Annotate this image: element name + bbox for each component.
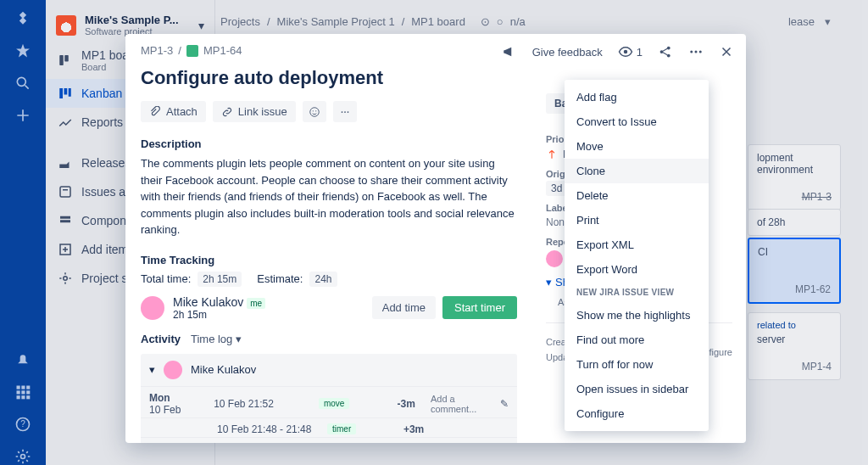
more-icon[interactable] <box>688 44 704 59</box>
user-name: Mike Kulakov <box>173 295 243 309</box>
emoji-button[interactable] <box>303 101 326 122</box>
menu-export-word[interactable]: Export Word <box>565 257 709 282</box>
menu-highlights[interactable]: Show me the highlights <box>565 303 709 328</box>
time-tracking-header: Time Tracking <box>141 254 517 266</box>
chevron-down-icon: ▾ <box>149 363 155 376</box>
svg-point-36 <box>624 50 628 54</box>
menu-section-header: NEW JIRA ISSUE VIEW <box>565 282 709 303</box>
log-group-header[interactable]: ▾ Mike Kulakov <box>141 354 517 386</box>
estimate-value: 24h <box>309 272 337 287</box>
log-entry[interactable]: Wed 30 Jan 00:30 delete -1m Add a <box>141 437 517 444</box>
link-button[interactable]: Link issue <box>213 101 296 122</box>
menu-convert[interactable]: Convert to Issue <box>565 109 709 134</box>
actions-dropdown: Add flag Convert to Issue Move Clone Del… <box>565 80 709 431</box>
activity-header: Activity <box>141 333 181 345</box>
issue-key[interactable]: MP1-64 <box>203 44 242 57</box>
attach-button[interactable]: Attach <box>141 101 206 122</box>
chevron-down-icon: ▾ <box>236 333 242 345</box>
chevron-down-icon: ▾ <box>546 276 552 289</box>
megaphone-icon <box>502 44 517 59</box>
estimate-label: Estimate: <box>257 272 303 285</box>
add-comment-link[interactable]: Add a comment... <box>431 394 500 414</box>
edit-icon[interactable]: ✎ <box>500 398 509 410</box>
feedback-link[interactable]: Give feedback <box>532 46 603 59</box>
parent-key[interactable]: MP1-3 <box>141 44 173 57</box>
menu-clone[interactable]: Clone <box>565 159 709 183</box>
menu-move[interactable]: Move <box>565 134 709 159</box>
avatar <box>164 361 182 379</box>
svg-point-38 <box>667 47 670 50</box>
share-icon[interactable] <box>658 44 673 59</box>
story-icon <box>186 45 198 57</box>
description-body[interactable]: The comments plugin lets people comment … <box>141 155 517 238</box>
watchers-count: 1 <box>637 46 643 59</box>
svg-point-33 <box>341 111 342 113</box>
svg-point-37 <box>660 50 664 53</box>
activity-tab-timelog[interactable]: Time log ▾ <box>191 333 242 345</box>
svg-point-40 <box>690 51 693 53</box>
svg-point-34 <box>344 111 346 113</box>
description-header: Description <box>141 137 517 150</box>
add-time-button[interactable]: Add time <box>372 296 436 319</box>
log-tag: move <box>319 398 349 409</box>
menu-turn-off[interactable]: Turn off for now <box>565 352 709 377</box>
svg-point-31 <box>312 110 313 111</box>
svg-point-39 <box>667 54 670 58</box>
menu-delete[interactable]: Delete <box>565 183 709 208</box>
log-tag: timer <box>327 423 356 434</box>
issue-breadcrumb: MP1-3 / MP1-64 <box>141 44 517 57</box>
close-icon[interactable] <box>719 44 734 59</box>
svg-point-41 <box>695 51 698 53</box>
user-time: 2h 15m <box>173 309 265 321</box>
me-badge: me <box>247 298 265 309</box>
svg-point-42 <box>699 51 702 53</box>
avatar <box>141 296 164 320</box>
menu-export-xml[interactable]: Export XML <box>565 232 709 257</box>
menu-add-flag[interactable]: Add flag <box>565 85 709 109</box>
svg-point-32 <box>315 110 316 111</box>
menu-print[interactable]: Print <box>565 208 709 232</box>
watch-icon[interactable] <box>618 44 633 59</box>
issue-modal: MP1-3 / MP1-64 Configure auto deployment… <box>125 34 746 443</box>
issue-title[interactable]: Configure auto deployment <box>141 67 517 89</box>
more-actions-button[interactable] <box>333 101 357 122</box>
total-time-value: 2h 15m <box>198 272 242 287</box>
total-time-label: Total time: <box>141 272 191 285</box>
menu-sidebar[interactable]: Open issues in sidebar <box>565 377 709 401</box>
start-timer-button[interactable]: Start timer <box>442 296 517 319</box>
menu-find-out[interactable]: Find out more <box>565 328 709 352</box>
svg-point-30 <box>309 107 319 116</box>
log-entry[interactable]: Mon10 Feb 10 Feb 21:52 move -3m Add a co… <box>141 386 517 417</box>
svg-point-35 <box>347 111 348 113</box>
log-entry[interactable]: 10 Feb 21:48 - 21:48 timer +3m <box>141 417 517 437</box>
menu-configure[interactable]: Configure <box>565 401 709 426</box>
